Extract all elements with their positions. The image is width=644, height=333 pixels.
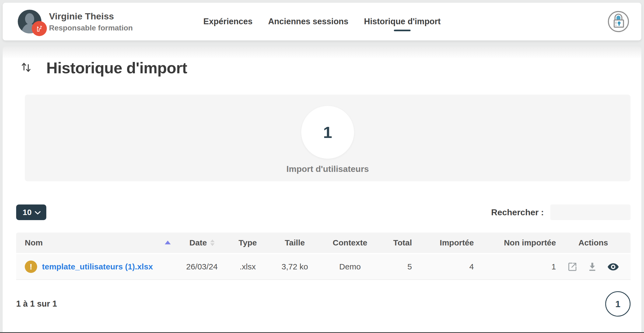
cell-contexte: Demo: [320, 262, 380, 271]
column-header-non-importee: Non importée: [474, 238, 556, 247]
chevron-down-icon: [34, 208, 41, 217]
cell-taille: 3,72 ko: [269, 262, 320, 271]
cell-actions: [556, 261, 631, 273]
column-header-total: Total: [380, 238, 412, 247]
page-size-select[interactable]: 10: [16, 204, 46, 220]
cell-date: 26/03/24: [178, 262, 226, 271]
imports-table: Nom Date Type Taille Contexte Total Impo…: [16, 233, 631, 280]
results-range-text: 1 à 1 sur 1: [16, 299, 57, 309]
file-link[interactable]: template_utilisateurs (1).xlsx: [42, 262, 153, 271]
sort-arrows-icon: [20, 61, 32, 75]
page-title-row: Historique d'import: [16, 59, 631, 77]
column-header-date[interactable]: Date: [178, 238, 226, 247]
external-link-icon[interactable]: [567, 261, 578, 272]
table-header-row: Nom Date Type Taille Contexte Total Impo…: [16, 233, 631, 253]
nav-item-anciennes-sessions[interactable]: Anciennes sessions: [268, 10, 348, 33]
sort-ascending-icon: [165, 241, 171, 244]
lock-icon[interactable]: [606, 9, 631, 34]
column-header-actions: Actions: [556, 238, 631, 247]
search-label: Rechercher :: [491, 207, 544, 217]
eye-icon[interactable]: [607, 261, 620, 273]
stat-label: Import d'utilisateurs: [25, 164, 631, 174]
column-header-nom[interactable]: Nom: [16, 238, 178, 247]
top-header-bar: Virginie Theiss Responsable formation Ex…: [3, 3, 641, 40]
page-title: Historique d'import: [46, 59, 187, 77]
search-group: Rechercher :: [491, 204, 631, 220]
content-area: Historique d'import 1 Import d'utilisate…: [3, 46, 641, 332]
sort-both-icon: [210, 240, 215, 246]
page-size-value: 10: [23, 208, 32, 217]
column-header-taille: Taille: [269, 238, 320, 247]
pagination-page-1[interactable]: 1: [605, 291, 631, 317]
column-header-importee: Importée: [412, 238, 474, 247]
stat-count-circle: 1: [301, 106, 354, 159]
table-row: ! template_utilisateurs (1).xlsx 26/03/2…: [16, 254, 631, 280]
cell-non-importee: 1: [474, 262, 556, 271]
table-controls-row: 10 Rechercher :: [16, 204, 631, 220]
main-nav: Expériences Anciennes sessions Historiqu…: [3, 3, 641, 40]
column-header-contexte: Contexte: [320, 238, 380, 247]
search-input[interactable]: [550, 204, 631, 220]
download-icon[interactable]: [587, 261, 598, 272]
nav-item-historique-import[interactable]: Historique d'import: [364, 10, 441, 33]
warning-icon: !: [25, 261, 37, 273]
cell-type: .xlsx: [226, 262, 269, 271]
column-header-type: Type: [226, 238, 269, 247]
cell-total: 5: [380, 262, 412, 271]
stats-card: 1 Import d'utilisateurs: [25, 95, 631, 181]
cell-nom: ! template_utilisateurs (1).xlsx: [16, 261, 178, 273]
table-footer-row: 1 à 1 sur 1 1: [16, 291, 631, 317]
nav-item-experiences[interactable]: Expériences: [203, 10, 253, 33]
cell-importee: 4: [412, 262, 474, 271]
